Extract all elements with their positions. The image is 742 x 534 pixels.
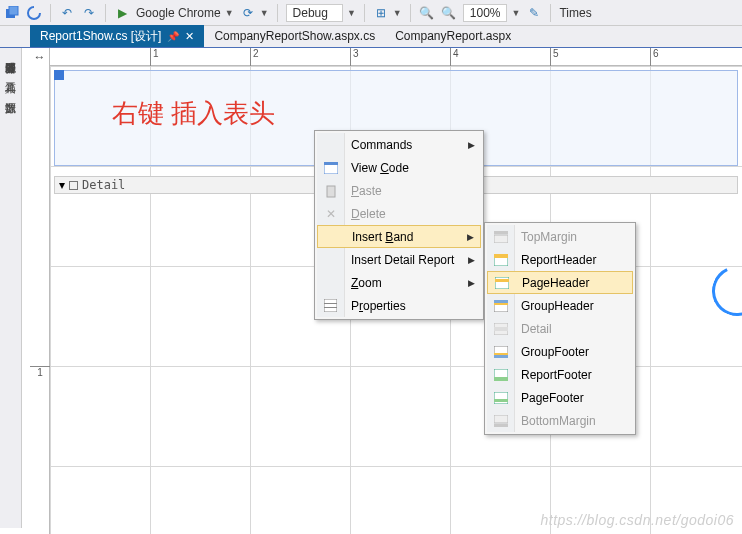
svg-rect-6 (324, 303, 337, 304)
svg-rect-11 (494, 254, 508, 258)
blank-icon (317, 271, 345, 294)
svg-rect-1 (9, 6, 18, 15)
svg-rect-25 (494, 399, 508, 402)
submenu-detail: Detail (487, 317, 633, 340)
properties-icon (317, 294, 345, 317)
side-toolwindows: 服务器资源管理器 工具箱 数据源 (0, 48, 22, 528)
band-detail-icon (487, 317, 515, 340)
chevron-right-icon: ▶ (467, 232, 474, 242)
ruler-tick: 5 (550, 48, 559, 66)
menu-delete: ✕ Delete (317, 202, 481, 225)
submenu-reportheader[interactable]: ReportHeader (487, 248, 633, 271)
eyedropper-icon[interactable]: ✎ (526, 5, 542, 21)
dropdown-icon[interactable]: ▼ (511, 8, 520, 18)
band-rf-icon (487, 363, 515, 386)
svg-rect-21 (494, 355, 508, 358)
redo-icon[interactable]: ↷ (81, 5, 97, 21)
separator (105, 4, 106, 22)
band-icon (69, 181, 78, 190)
close-icon[interactable]: ✕ (185, 30, 194, 43)
blank-icon (318, 226, 346, 247)
svg-rect-16 (494, 303, 508, 305)
main-toolbar: ↶ ↷ ▶ Google Chrome ▼ ⟳ ▼ Debug ▼ ⊞ ▼ 🔍 … (0, 0, 742, 26)
insert-band-submenu: TopMargin ReportHeader PageHeader GroupH… (484, 222, 636, 435)
dropdown-icon[interactable]: ▼ (260, 8, 269, 18)
menu-insert-band[interactable]: Insert Band ▶ (317, 225, 481, 248)
band-pf-icon (487, 386, 515, 409)
dropdown-icon[interactable]: ▼ (393, 8, 402, 18)
menu-view-code[interactable]: View Code (317, 156, 481, 179)
svg-rect-23 (494, 377, 508, 381)
ruler-corner[interactable]: ↔ (30, 48, 50, 66)
menu-commands[interactable]: Commands ▶ (317, 133, 481, 156)
svg-rect-18 (494, 327, 508, 331)
menu-zoom[interactable]: Zoom ▶ (317, 271, 481, 294)
svg-rect-20 (494, 353, 508, 355)
dropdown-icon[interactable]: ▼ (225, 8, 234, 18)
tab-companyreport[interactable]: CompanyReport.aspx (385, 25, 521, 47)
blank-icon (317, 133, 345, 156)
blank-icon (317, 248, 345, 271)
refresh-icon[interactable]: ⟳ (240, 5, 256, 21)
menu-properties[interactable]: Properties (317, 294, 481, 317)
tab-label: Report1Show.cs [设计] (40, 28, 161, 45)
zoom-fit-icon[interactable]: ⊞ (373, 5, 389, 21)
menu-paste: Paste (317, 179, 481, 202)
sync-icon[interactable] (26, 5, 42, 21)
play-icon[interactable]: ▶ (114, 5, 130, 21)
svg-rect-26 (494, 415, 508, 423)
submenu-reportfooter[interactable]: ReportFooter (487, 363, 633, 386)
dropdown-icon[interactable]: ▼ (347, 8, 356, 18)
collapse-icon[interactable]: ▾ (59, 178, 65, 192)
undo-icon[interactable]: ↶ (59, 5, 75, 21)
detail-label: Detail (82, 178, 125, 192)
submenu-pageheader[interactable]: PageHeader (487, 271, 633, 294)
sidepanel-datasource[interactable]: 数据源 (3, 90, 18, 98)
band-gh-icon (487, 294, 515, 317)
svg-rect-15 (494, 300, 508, 303)
horizontal-ruler[interactable]: 1 2 3 4 5 6 (50, 48, 742, 66)
font-select[interactable]: Times (559, 6, 591, 20)
band-tag-icon (54, 70, 64, 80)
vertical-ruler[interactable]: 1 (30, 66, 50, 534)
sidepanel-server-explorer[interactable]: 服务器资源管理器 (3, 50, 18, 58)
zoom-out-icon[interactable]: 🔍 (419, 5, 435, 21)
separator (50, 4, 51, 22)
save-all-icon[interactable] (4, 5, 20, 21)
svg-rect-7 (324, 307, 337, 308)
sidepanel-toolbox[interactable]: 工具箱 (3, 70, 18, 78)
zoom-level[interactable]: 100% (463, 4, 508, 22)
separator (550, 4, 551, 22)
svg-rect-9 (494, 235, 508, 243)
svg-rect-13 (495, 279, 509, 282)
menu-insert-detail-report[interactable]: Insert Detail Report ▶ (317, 248, 481, 271)
context-menu: Commands ▶ View Code Paste ✕ Delete Inse… (314, 130, 484, 320)
svg-rect-4 (327, 186, 335, 197)
band-bottom-icon (487, 409, 515, 432)
zoom-in-icon[interactable]: 🔍 (441, 5, 457, 21)
submenu-pagefooter[interactable]: PageFooter (487, 386, 633, 409)
submenu-groupfooter[interactable]: GroupFooter (487, 340, 633, 363)
band-rh-icon (487, 248, 515, 271)
band-ph-icon (488, 272, 516, 293)
annotation-text: 右键 插入表头 (112, 96, 275, 131)
svg-rect-3 (324, 162, 338, 165)
ruler-tick: 3 (350, 48, 359, 66)
separator (277, 4, 278, 22)
ruler-tick: 6 (650, 48, 659, 66)
tab-companyreportshow[interactable]: CompanyReportShow.aspx.cs (204, 25, 385, 47)
svg-rect-5 (324, 299, 337, 312)
code-icon (317, 156, 345, 179)
ruler-tick: 1 (150, 48, 159, 66)
ruler-tick: 4 (450, 48, 459, 66)
run-target[interactable]: Google Chrome (136, 6, 221, 20)
submenu-groupheader[interactable]: GroupHeader (487, 294, 633, 317)
tab-report1show[interactable]: Report1Show.cs [设计] 📌 ✕ (30, 25, 204, 47)
band-top-icon (487, 225, 515, 248)
pin-icon[interactable]: 📌 (167, 31, 179, 42)
tab-label: CompanyReport.aspx (395, 29, 511, 43)
chevron-right-icon: ▶ (468, 278, 475, 288)
chevron-right-icon: ▶ (468, 140, 475, 150)
submenu-topmargin: TopMargin (487, 225, 633, 248)
config-select[interactable]: Debug (286, 4, 343, 22)
